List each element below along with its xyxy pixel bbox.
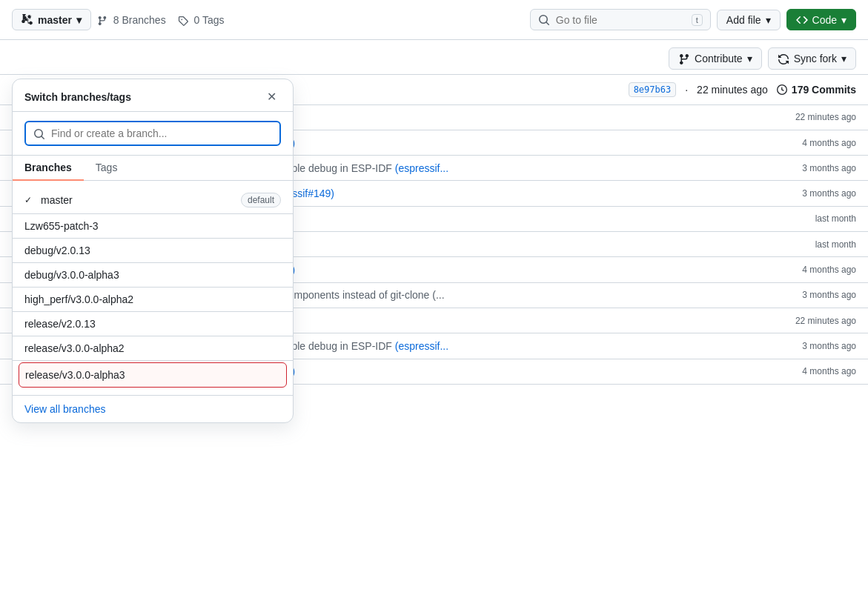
dropdown-title: Switch branches/tags [24,91,131,103]
branch-name: master [41,194,73,206]
branch-name: Lzw655-patch-3 [24,220,99,232]
search-input[interactable] [556,14,686,26]
branch-search-container [13,112,293,155]
branch-item-lzw655[interactable]: Lzw655-patch-3 [13,214,293,238]
branch-item-master[interactable]: ✓ master default [13,187,293,213]
branch-name: release/v3.0.0-alpha3 [25,369,125,381]
branch-tag-info: 8 Branches 0 Tags [97,14,225,26]
chevron-down-icon: ▾ [76,14,82,26]
git-branch-icon [21,13,33,26]
contribute-button[interactable]: Contribute ▾ [669,47,762,69]
branch-search-input[interactable] [51,127,272,139]
branch-name: high_perf/v3.0.0-alpha2 [24,293,133,305]
sync-fork-label: Sync fork [794,53,837,64]
view-all-branches-link[interactable]: View all branches [13,395,293,422]
branch-item-high-perf[interactable]: high_perf/v3.0.0-alpha2 [13,288,293,311]
time-cell: 3 months ago [752,290,856,300]
time-cell: 22 minutes ago [752,112,856,122]
tab-tags[interactable]: Tags [84,156,130,181]
search-icon [33,127,45,139]
time-cell: 22 minutes ago [752,316,856,326]
contribute-icon [678,52,690,64]
commits-count-label: 179 Commits [792,84,856,96]
branch-tabs: Branches Tags [13,156,293,181]
branches-count: 8 Branches [97,14,166,26]
commit-time: 22 minutes ago [697,84,768,96]
branch-item-release-v3-alpha3[interactable]: release/v3.0.0-alpha3 [19,362,287,388]
branch-search-box[interactable] [24,121,281,145]
tab-branches[interactable]: Branches [13,156,84,181]
pr-link[interactable]: (espressif... [395,340,448,352]
contribute-chevron: ▾ [747,53,752,64]
branch-item-release-v3-alpha2[interactable]: release/v3.0.0-alpha2 [13,336,293,360]
sync-icon [778,52,789,64]
right-toolbar: t Add file ▾ Code ▾ [530,9,856,30]
time-cell: 3 months ago [752,163,856,173]
contribute-label: Contribute [695,53,743,64]
time-cell: 4 months ago [752,366,856,376]
branch-name: debug/v3.0.0-alpha3 [24,269,119,281]
default-badge: default [241,193,281,207]
time-cell: last month [752,239,856,250]
branch-dropdown-panel: Switch branches/tags ✕ Branches Tags [12,79,294,422]
commit-separator: · [685,84,688,96]
chevron-down-icon: ▾ [766,14,771,26]
code-label: Code [812,14,837,26]
search-kbd: t [692,14,703,26]
branch-name: release/v3.0.0-alpha2 [24,342,125,354]
search-box[interactable]: t [530,9,711,30]
branch-list: ✓ master default Lzw655-patch-3 debug/v2… [13,181,293,395]
branch-name: master [38,14,72,26]
close-dropdown-button[interactable]: ✕ [262,88,281,105]
branch-item-release-v2[interactable]: release/v2.0.13 [13,312,293,336]
time-cell: 4 months ago [752,138,856,148]
chevron-down-icon-code: ▾ [841,14,847,26]
add-file-label: Add file [726,14,761,26]
code-button[interactable]: Code ▾ [786,9,856,30]
search-icon [538,13,550,26]
time-cell: 3 months ago [752,188,856,199]
view-all-label: View all branches [24,403,105,415]
time-cell: 3 months ago [752,341,856,351]
dropdown-header: Switch branches/tags ✕ [13,79,293,112]
sync-fork-button[interactable]: Sync fork ▾ [768,47,856,69]
commit-hash[interactable]: 8e97b63 [629,82,677,97]
add-file-button[interactable]: Add file ▾ [717,10,781,30]
code-icon [796,13,808,26]
branch-name: release/v2.0.13 [24,318,96,330]
tags-count: 0 Tags [178,14,225,26]
sync-fork-chevron: ▾ [841,53,847,64]
page-container: master ▾ 8 Branches 0 Tags [0,0,868,598]
action-row: Contribute ▾ Sync fork ▾ [0,40,868,74]
commits-link[interactable]: 179 Commits [777,84,856,96]
time-cell: last month [752,213,856,224]
branch-item-debug-v3[interactable]: debug/v3.0.0-alpha3 [13,263,293,287]
active-check-icon: ✓ [24,195,32,205]
time-cell: 4 months ago [752,265,856,275]
branch-selector-button[interactable]: master ▾ [12,9,91,30]
main-content: Contribute ▾ Sync fork ▾ 8e97b63 · 22 mi… [0,40,868,385]
branch-name: debug/v2.0.13 [24,245,90,256]
top-toolbar: master ▾ 8 Branches 0 Tags [0,0,868,40]
pr-link[interactable]: (espressif... [395,162,448,174]
branch-item-debug-v2[interactable]: debug/v2.0.13 [13,239,293,262]
